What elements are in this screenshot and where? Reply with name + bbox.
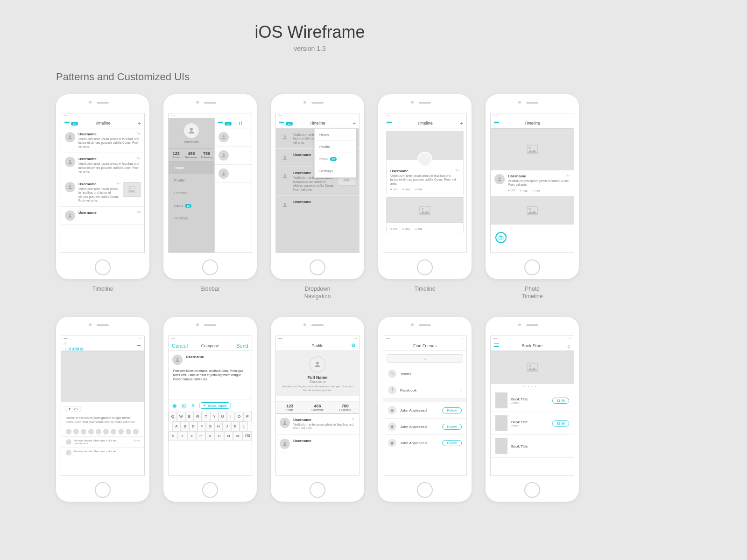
settings-icon[interactable]: ⚙: [342, 343, 356, 349]
compose-textarea[interactable]: Praesent id metus massa, ut blandit odio…: [169, 369, 252, 399]
svg-point-29: [284, 442, 286, 444]
search-input[interactable]: ⌕: [387, 354, 463, 363]
book-row[interactable]: Book Title: [491, 435, 574, 458]
svg-point-24: [500, 237, 502, 239]
post-item[interactable]: Username3mVestibulum ante ipsum primis i…: [61, 153, 144, 178]
statusbar: •••••⋯: [383, 113, 466, 118]
cancel-button[interactable]: Cancel: [172, 343, 186, 349]
follow-button[interactable]: Follow: [442, 440, 462, 446]
comment[interactable]: Aenean lacinia bibendum nulla sed.: [61, 447, 144, 458]
home-button[interactable]: [417, 259, 433, 275]
mention-icon[interactable]: @: [182, 403, 187, 408]
stats-row: 123Posts 456Followers 789Following: [276, 401, 359, 414]
like-count[interactable]: ♥ 123: [65, 406, 81, 412]
home-button[interactable]: [524, 259, 540, 275]
nav-title: Timeline: [508, 121, 557, 126]
hero-photo[interactable]: [491, 351, 574, 384]
body-text: Donec dt elit non mi porta gravida at eg…: [61, 416, 144, 427]
sidebar-item-inbox[interactable]: Inbox12: [169, 199, 214, 212]
svg-point-22: [529, 208, 531, 210]
send-button[interactable]: Send: [234, 343, 248, 349]
sidebar-item-home[interactable]: Home: [169, 161, 214, 174]
post-item[interactable]: [215, 128, 252, 147]
follow-button[interactable]: Follow: [442, 407, 462, 413]
post-item[interactable]: [215, 165, 252, 183]
dropdown-item-settings[interactable]: Settings: [315, 165, 356, 177]
add-button[interactable]: +: [127, 120, 141, 126]
buy-button[interactable]: $1.99: [552, 420, 569, 427]
menu-button[interactable]: [387, 120, 401, 126]
home-button[interactable]: [417, 482, 433, 498]
menu-button[interactable]: 12: [64, 120, 78, 126]
phone-frame: •••••⋯ Book Store ⌕ • • • • • Book Title…: [486, 317, 579, 502]
hashtag-icon[interactable]: #: [191, 403, 194, 408]
menu-button[interactable]: [494, 343, 508, 349]
home-button[interactable]: [310, 482, 325, 498]
dropdown-item-profile[interactable]: Profile: [315, 141, 356, 153]
phone-frame: •••••⋯ Timeline Username3mVestibulum ant…: [486, 94, 579, 279]
camera-icon[interactable]: ◉: [172, 403, 177, 409]
social-facebook[interactable]: fFacebook›: [383, 382, 466, 399]
avatar-icon: [66, 450, 71, 455]
book-row[interactable]: Book TitleAuthor$1.99: [491, 412, 574, 435]
photo[interactable]: [387, 132, 463, 160]
avatar-icon: [280, 418, 290, 428]
home-button[interactable]: [202, 482, 218, 498]
photo[interactable]: [61, 351, 144, 402]
statusbar: •••••⋯: [169, 336, 252, 341]
home-button[interactable]: [95, 259, 111, 275]
nav-title[interactable]: Timeline: [293, 121, 342, 126]
svg-point-20: [499, 177, 500, 179]
post-item[interactable]: Username3mVestibulum ante ipsum primis i…: [491, 170, 574, 196]
svg-point-2: [69, 185, 71, 187]
add-button[interactable]: +: [342, 120, 356, 126]
home-button[interactable]: [95, 482, 111, 498]
menu-button[interactable]: 12: [279, 120, 293, 126]
home-button[interactable]: [310, 259, 325, 275]
sidebar-item-profile[interactable]: Profile: [169, 174, 214, 187]
back-button[interactable]: ‹ Timeline: [64, 340, 78, 351]
post-item[interactable]: Username3mVestibulum ante ipsum primis i…: [61, 128, 144, 153]
meta-row: ♥ 123✎ 456↪ 789: [390, 188, 459, 191]
dropdown-item-inbox[interactable]: Inbox12: [315, 153, 356, 165]
image-thumb[interactable]: [123, 182, 141, 197]
book-row[interactable]: Book TitleAuthor$1.99: [491, 389, 574, 412]
add-button[interactable]: +: [449, 120, 463, 126]
menu-button[interactable]: 12: [218, 120, 232, 126]
pager-dots[interactable]: • • • • •: [491, 384, 574, 389]
photo[interactable]: [387, 197, 463, 223]
dropdown-item-home[interactable]: Home: [315, 129, 356, 141]
statusbar: •••••⋯: [276, 113, 359, 118]
avatar-icon[interactable]: [310, 357, 325, 372]
photo[interactable]: [491, 196, 574, 224]
camera-fab[interactable]: [495, 232, 507, 243]
book-cover: [495, 438, 507, 454]
phone-frame: •••••⋯ ‹ Timeline ➦ ♥ 123 Donec dt elit …: [56, 317, 149, 502]
sidebar-item-settings[interactable]: Settings: [169, 212, 214, 224]
keyboard[interactable]: QWERTYUIOP ASDFGHJKL ⇧ZXCVBNM⌫: [169, 412, 252, 441]
phone-frame: •••••⋯ Profile ⚙ Full Name @username Ves…: [271, 317, 364, 502]
post-item[interactable]: Username3mVestibulum ante ipsum primis i…: [61, 178, 144, 207]
post-item[interactable]: Username3m: [61, 207, 144, 225]
comment[interactable]: Aenean lacinia bibendum nulla sed consec…: [61, 436, 144, 447]
follow-button[interactable]: Follow: [442, 424, 462, 430]
svg-rect-25: [500, 236, 502, 237]
friend-row: ◉John AppleseedFollow: [383, 419, 466, 435]
home-button[interactable]: [202, 259, 218, 275]
home-button[interactable]: [524, 482, 540, 498]
buy-button[interactable]: $1.99: [552, 398, 569, 404]
share-button[interactable]: ➦: [127, 343, 141, 349]
photo[interactable]: [491, 128, 574, 170]
sidebar-item-friends[interactable]: Friends: [169, 187, 214, 199]
post-item[interactable]: Username: [276, 435, 359, 453]
post-item[interactable]: [215, 147, 252, 165]
post-item[interactable]: Username3mVestibulum ante ipsum primis i…: [276, 414, 359, 435]
search-icon[interactable]: ⌕: [557, 343, 571, 349]
avatar-icon[interactable]: [183, 123, 199, 139]
statusbar: •••••⋯: [276, 336, 359, 341]
social-twitter[interactable]: 𝕏Twitter›: [383, 366, 466, 382]
menu-button[interactable]: [494, 120, 508, 126]
location-pill[interactable]: ✈ Tokyo, Japan: [199, 402, 231, 409]
book-cover: [495, 415, 507, 431]
avatar-icon: [280, 153, 290, 163]
